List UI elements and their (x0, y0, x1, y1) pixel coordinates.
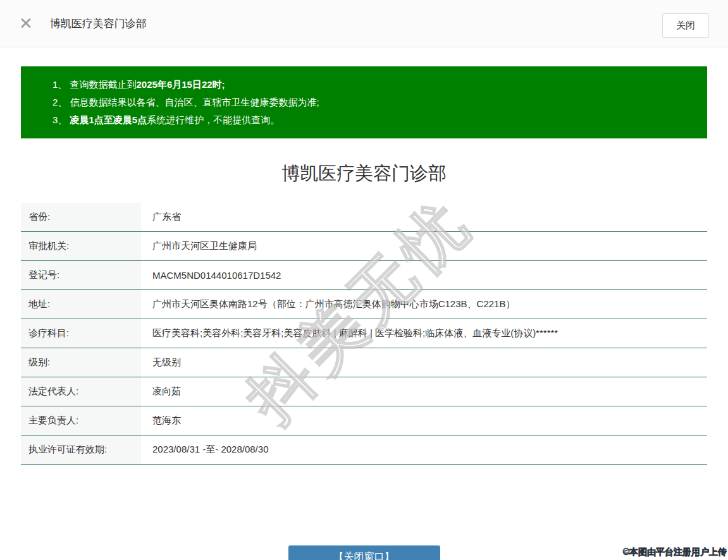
row-value: 2023/08/31 -至- 2028/08/30 (141, 435, 707, 464)
table-row-main-person-in-charge: 主要负责人: 范海东 (21, 406, 707, 435)
table-row-address: 地址: 广州市天河区奥体南路12号（部位：广州市高德汇奥体购物中心市场C123B… (21, 290, 707, 319)
notice-line-1-bold: 2025年6月15日22时; (137, 79, 225, 90)
row-value: 凌向茹 (141, 377, 707, 406)
table-row-approval-authority: 审批机关: 广州市天河区卫生健康局 (21, 232, 707, 261)
notice-line-1: 1、 查询数据截止到2025年6月15日22时; (52, 76, 694, 94)
notice-line-2: 2、 信息数据结果以各省、自治区、直辖市卫生健康委数据为准; (52, 94, 694, 111)
notice-line-3-post: 系统进行维护，不能提供查询。 (147, 114, 280, 125)
row-label: 主要负责人: (21, 406, 141, 435)
detail-table: 省份: 广东省 审批机关: 广州市天河区卫生健康局 登记号: MACM5ND01… (21, 203, 707, 465)
row-label: 审批机关: (21, 232, 141, 260)
close-window-button[interactable]: 【关闭窗口】 (288, 545, 440, 560)
notice-line-2-text: 2、 信息数据结果以各省、自治区、直辖市卫生健康委数据为准; (52, 97, 319, 107)
table-row-registration-number: 登记号: MACM5ND0144010617D1542 (21, 261, 707, 290)
table-row-legal-representative: 法定代表人: 凌向茹 (21, 377, 707, 406)
table-row-medical-subjects: 诊疗科目: 医疗美容科;美容外科;美容牙科;美容皮肤科 | 麻醉科 | 医学检验… (21, 319, 707, 348)
row-label: 诊疗科目: (21, 319, 141, 348)
header-title: 博凯医疗美容门诊部 (50, 16, 147, 31)
table-row-license-validity: 执业许可证有效期: 2023/08/31 -至- 2028/08/30 (21, 435, 707, 465)
table-row-province: 省份: 广东省 (21, 203, 707, 232)
page-title: 博凯医疗美容门诊部 (0, 161, 728, 186)
table-row-level: 级别: 无级别 (21, 348, 707, 377)
corner-watermark: ©本图由平台注册用户上传 (623, 547, 727, 558)
notice-line-3-pre: 3、 (52, 114, 70, 125)
notice-line-3-bold: 凌晨1点至凌晨5点 (70, 114, 147, 125)
row-value: MACM5ND0144010617D1542 (141, 261, 707, 289)
row-label: 登记号: (21, 261, 141, 289)
row-label: 法定代表人: (21, 377, 141, 406)
notice-line-3: 3、 凌晨1点至凌晨5点系统进行维护，不能提供查询。 (52, 111, 694, 129)
row-label: 地址: (21, 290, 141, 319)
row-label: 级别: (21, 348, 141, 377)
close-button[interactable]: 关闭 (662, 13, 709, 38)
row-value: 医疗美容科;美容外科;美容牙科;美容皮肤科 | 麻醉科 | 医学检验科;临床体液… (141, 319, 707, 348)
notice-line-1-text: 1、 查询数据截止到 (52, 79, 137, 90)
row-value: 范海东 (141, 406, 707, 435)
header-bar: ✕ 博凯医疗美容门诊部 关闭 (0, 0, 728, 47)
row-value: 广州市天河区奥体南路12号（部位：广州市高德汇奥体购物中心市场C123B、C22… (141, 290, 707, 319)
close-x-icon[interactable]: ✕ (19, 15, 33, 32)
row-label: 执业许可证有效期: (21, 435, 141, 464)
row-value: 广州市天河区卫生健康局 (141, 232, 707, 260)
row-label: 省份: (21, 203, 141, 231)
notice-box: 1、 查询数据截止到2025年6月15日22时; 2、 信息数据结果以各省、自治… (21, 66, 707, 138)
row-value: 无级别 (141, 348, 707, 377)
row-value: 广东省 (141, 203, 707, 231)
